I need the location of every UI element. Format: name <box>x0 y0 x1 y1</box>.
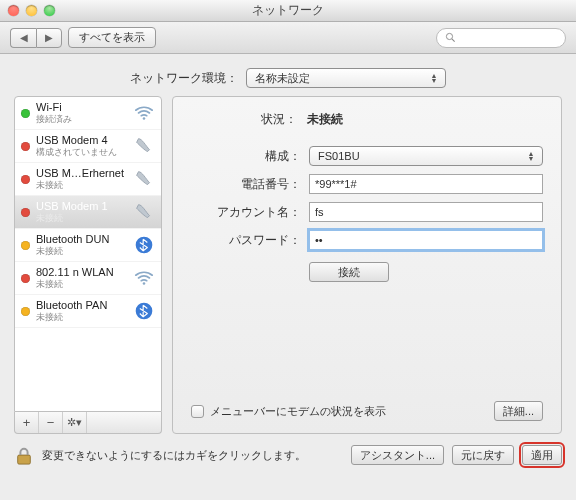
status-dot <box>21 307 30 316</box>
status-value: 未接続 <box>307 111 343 128</box>
search-input[interactable] <box>436 28 566 48</box>
advanced-button[interactable]: 詳細... <box>494 401 543 421</box>
wifi-icon <box>133 267 155 289</box>
toolbar: ◀ ▶ すべてを表示 <box>0 22 576 54</box>
svg-rect-6 <box>18 455 31 464</box>
interface-status: 未接続 <box>36 179 127 192</box>
zoom-icon[interactable] <box>44 5 55 16</box>
sidebar-item-5[interactable]: 802.11 n WLAN未接続 <box>15 262 161 295</box>
phone-input[interactable]: *99***1# <box>309 174 543 194</box>
interface-list: Wi-Fi接続済みUSB Modem 4構成されていませんUSB M…Erher… <box>14 96 162 412</box>
chevron-updown-icon: ▲▼ <box>524 151 538 161</box>
phone-icon <box>133 201 155 223</box>
interface-name: Bluetooth PAN <box>36 299 127 311</box>
config-popup[interactable]: FS01BU ▲▼ <box>309 146 543 166</box>
nav-segment: ◀ ▶ <box>10 28 62 48</box>
status-dot <box>21 241 30 250</box>
svg-point-4 <box>143 282 146 285</box>
show-all-button[interactable]: すべてを表示 <box>68 27 156 48</box>
interface-status: 構成されていません <box>36 146 127 159</box>
network-location-popup[interactable]: 名称未設定 ▲▼ <box>246 68 446 88</box>
status-dot <box>21 175 30 184</box>
interface-status: 未接続 <box>36 311 127 324</box>
minimize-icon[interactable] <box>26 5 37 16</box>
wifi-icon <box>133 102 155 124</box>
interface-name: 802.11 n WLAN <box>36 266 127 278</box>
action-menu[interactable]: ✲▾ <box>63 412 87 433</box>
back-button[interactable]: ◀ <box>10 28 36 48</box>
network-location-value: 名称未設定 <box>255 71 310 86</box>
bt-icon <box>133 234 155 256</box>
status-dot <box>21 208 30 217</box>
chevron-updown-icon: ▲▼ <box>427 73 441 83</box>
phone-icon <box>133 135 155 157</box>
sidebar: Wi-Fi接続済みUSB Modem 4構成されていませんUSB M…Erher… <box>14 96 162 434</box>
status-dot <box>21 142 30 151</box>
config-value: FS01BU <box>318 150 360 162</box>
sidebar-item-4[interactable]: Bluetooth DUN未接続 <box>15 229 161 262</box>
network-location-row: ネットワーク環境： 名称未設定 ▲▼ <box>0 54 576 96</box>
phone-label: 電話番号： <box>191 176 301 193</box>
svg-line-1 <box>452 39 455 42</box>
sidebar-item-0[interactable]: Wi-Fi接続済み <box>15 97 161 130</box>
search-icon <box>445 32 456 43</box>
sidebar-item-3[interactable]: USB Modem 1未接続 <box>15 196 161 229</box>
interface-status: 接続済み <box>36 113 127 126</box>
interface-name: USB M…Erhernet <box>36 167 127 179</box>
status-label: 状況： <box>197 111 297 128</box>
menubar-checkbox[interactable] <box>191 405 204 418</box>
config-label: 構成： <box>191 148 301 165</box>
titlebar: ネットワーク <box>0 0 576 22</box>
remove-button[interactable]: − <box>39 412 63 433</box>
apply-button[interactable]: 適用 <box>522 445 562 465</box>
interface-name: USB Modem 4 <box>36 134 127 146</box>
interface-status: 未接続 <box>36 212 127 225</box>
status-dot <box>21 109 30 118</box>
svg-point-2 <box>143 117 146 120</box>
forward-button[interactable]: ▶ <box>36 28 62 48</box>
account-label: アカウント名： <box>191 204 301 221</box>
phone-icon <box>133 168 155 190</box>
assistant-button[interactable]: アシスタント... <box>351 445 444 465</box>
detail-panel: 状況： 未接続 構成： FS01BU ▲▼ 電話番号： *99***1# アカウ… <box>172 96 562 434</box>
connect-button[interactable]: 接続 <box>309 262 389 282</box>
menubar-checkbox-label: メニューバーにモデムの状況を表示 <box>210 404 488 419</box>
sidebar-footer: + − ✲▾ <box>14 412 162 434</box>
traffic-lights <box>8 5 55 16</box>
status-row: 状況： 未接続 <box>197 111 543 128</box>
window-title: ネットワーク <box>0 2 576 19</box>
interface-name: USB Modem 1 <box>36 200 127 212</box>
status-dot <box>21 274 30 283</box>
bottom-bar: 変更できないようにするにはカギをクリックします。 アシスタント... 元に戻す … <box>0 434 576 476</box>
network-location-label: ネットワーク環境： <box>130 70 238 87</box>
sidebar-item-1[interactable]: USB Modem 4構成されていません <box>15 130 161 163</box>
interface-name: Bluetooth DUN <box>36 233 127 245</box>
interface-name: Wi-Fi <box>36 101 127 113</box>
revert-button[interactable]: 元に戻す <box>452 445 514 465</box>
password-input[interactable]: •• <box>309 230 543 250</box>
sidebar-item-6[interactable]: Bluetooth PAN未接続 <box>15 295 161 328</box>
lock-icon[interactable] <box>14 444 34 466</box>
sidebar-item-2[interactable]: USB M…Erhernet未接続 <box>15 163 161 196</box>
close-icon[interactable] <box>8 5 19 16</box>
add-button[interactable]: + <box>15 412 39 433</box>
lock-text: 変更できないようにするにはカギをクリックします。 <box>42 448 343 463</box>
account-input[interactable]: fs <box>309 202 543 222</box>
password-label: パスワード： <box>191 232 301 249</box>
bt-icon <box>133 300 155 322</box>
interface-status: 未接続 <box>36 278 127 291</box>
interface-status: 未接続 <box>36 245 127 258</box>
svg-point-0 <box>446 33 452 39</box>
